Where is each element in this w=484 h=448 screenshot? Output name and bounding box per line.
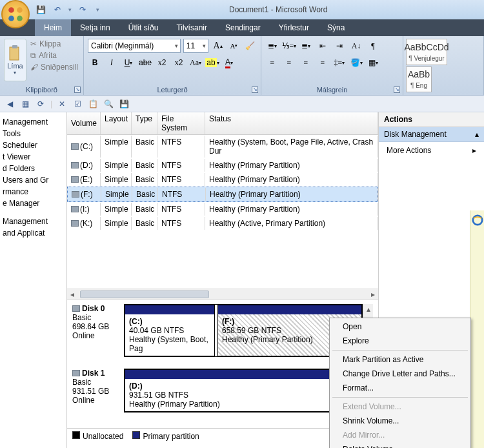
align-right-button[interactable]: ≡ [299, 56, 313, 70]
tree-item[interactable]: Users and Gr [3, 174, 64, 186]
show-marks-button[interactable]: ¶ [366, 39, 380, 53]
borders-button[interactable]: ▦▾ [366, 56, 380, 70]
undo-icon[interactable]: ↶ [52, 4, 63, 15]
dm-help-icon[interactable]: 🔍 [103, 98, 114, 110]
grow-font-button[interactable]: A▴ [211, 39, 225, 53]
menu-item[interactable]: Change Drive Letter and Paths... [331, 367, 469, 381]
menu-item[interactable]: Explore [331, 334, 469, 348]
volume-icon [71, 176, 79, 183]
col-layout[interactable]: Layout [101, 112, 132, 134]
col-fs[interactable]: File System [157, 112, 205, 134]
redo-icon[interactable]: ↷ [77, 4, 88, 15]
table-row[interactable]: (C:)SimpleBasicNTFSHealthy (System, Boot… [67, 135, 378, 158]
menu-item[interactable]: Mark Partition as Active [331, 352, 469, 367]
tab-insert[interactable]: Setja inn [71, 19, 119, 36]
dm-settings-icon[interactable]: ☑ [72, 98, 83, 110]
save-icon[interactable]: 💾 [35, 4, 46, 15]
tree-item[interactable]: Management [3, 116, 64, 128]
sort-button[interactable]: A↓ [349, 39, 363, 53]
tree-item[interactable]: Tools [3, 128, 64, 139]
clear-format-button[interactable]: 🧹 [243, 39, 257, 53]
tab-view[interactable]: Sýna [318, 19, 354, 36]
italic-button[interactable]: I [105, 56, 119, 70]
align-center-button[interactable]: ≡ [282, 56, 296, 70]
paragraph-dialog-icon[interactable]: ↘ [394, 87, 400, 93]
tab-mailings[interactable]: Sendingar [216, 19, 270, 36]
font-color-button[interactable]: A▾ [222, 56, 236, 70]
tree-item[interactable]: e Manager [3, 198, 64, 209]
tree-item[interactable]: Management [3, 216, 64, 227]
highlight-button[interactable]: ab▾ [205, 56, 219, 70]
subscript-button[interactable]: x2 [155, 56, 169, 70]
undo-dropdown-icon[interactable]: ▾ [68, 6, 72, 13]
office-button[interactable] [1, 0, 30, 28]
tree-item[interactable]: and Applicat [3, 227, 64, 239]
table-row[interactable]: (K:)SimpleBasicNTFSHealthy (Active, Prim… [67, 216, 378, 230]
decrease-indent-button[interactable]: ⇤ [316, 39, 330, 53]
dm-toolbar: ◀ ▦ ⟳ | ✕ ☑ 📋 🔍 💾 [0, 96, 484, 112]
superscript-button[interactable]: x2 [172, 56, 186, 70]
menu-item[interactable]: Format... [331, 381, 469, 395]
bullets-button[interactable]: ≣▾ [265, 39, 279, 53]
tab-home[interactable]: Heim [35, 19, 71, 36]
tree-item[interactable]: t Viewer [3, 151, 64, 163]
justify-button[interactable]: ≡ [316, 56, 330, 70]
dm-prop-icon[interactable]: ✕ [56, 98, 68, 110]
scissors-icon: ✂ [30, 39, 37, 48]
cut-button[interactable]: ✂Klippa [29, 39, 79, 49]
tab-layout[interactable]: Útlit síðu [119, 19, 168, 36]
dm-disk-icon[interactable]: 💾 [118, 98, 130, 110]
ie-icon[interactable] [472, 214, 483, 226]
font-dialog-icon[interactable]: ↘ [252, 87, 258, 93]
style-normal[interactable]: AaBbCcDd ¶ Venjulegur [406, 39, 447, 65]
font-size-combo[interactable]: 11 [183, 39, 208, 53]
underline-button[interactable]: U▾ [121, 56, 136, 70]
qat-customize-icon[interactable]: ▾ [96, 6, 99, 13]
table-row[interactable]: (F:)SimpleBasicNTFSHealthy (Primary Part… [67, 187, 378, 202]
font-name-combo[interactable]: Calibri (Meginmál) [88, 39, 181, 53]
format-painter-button[interactable]: 🖌Sniðpensill [29, 62, 79, 72]
volume-table: Volume Layout Type File System Status (C… [67, 112, 378, 230]
strike-button[interactable]: abe [138, 56, 152, 70]
copy-button[interactable]: ⧉Afrita [29, 50, 79, 61]
tree-item[interactable]: d Folders [3, 163, 64, 174]
dm-back-icon[interactable]: ◀ [4, 98, 15, 110]
multilevel-button[interactable]: ≣▾ [299, 39, 313, 53]
partition-c[interactable]: (C:) 40.04 GB NTFS Healthy (System, Boot… [125, 305, 215, 356]
col-type[interactable]: Type [132, 112, 157, 134]
menu-item[interactable]: Open [331, 320, 469, 334]
style-no-spacing[interactable]: AaBb ¶ Eng [406, 66, 432, 93]
menu-item: Extend Volume... [331, 400, 469, 414]
col-volume[interactable]: Volume [67, 112, 101, 134]
line-spacing-button[interactable]: ‡≡▾ [332, 56, 347, 70]
h-scrollbar[interactable]: ◂▸ [67, 289, 378, 300]
table-row[interactable]: (I:)SimpleBasicNTFSHealthy (Primary Part… [67, 202, 378, 216]
dm-refresh-icon[interactable]: ⟳ [35, 98, 46, 110]
table-row[interactable]: (E:)SimpleBasicNTFSHealthy (Primary Part… [67, 172, 378, 187]
tree-item[interactable]: rmance [3, 186, 64, 198]
shrink-font-button[interactable]: A▾ [227, 39, 241, 53]
menu-item[interactable]: Delete Volume... [331, 442, 469, 448]
dm-list-icon[interactable]: 📋 [87, 98, 99, 110]
change-case-button[interactable]: Aa▾ [188, 56, 203, 70]
group-clipboard-label: Klippiborð [0, 86, 83, 94]
numbering-button[interactable]: ⅓≡▾ [282, 39, 296, 53]
menu-item[interactable]: Shrink Volume... [331, 414, 469, 428]
tab-review[interactable]: Yfirlestur [270, 19, 318, 36]
actions-disk-management[interactable]: Disk Management ▴ [379, 127, 484, 142]
tab-references[interactable]: Tilvísanir [167, 19, 216, 36]
shading-button[interactable]: 🪣▾ [349, 56, 363, 70]
actions-more[interactable]: More Actions ▸ [379, 142, 484, 159]
dm-view-icon[interactable]: ▦ [19, 98, 31, 110]
paste-button[interactable]: Líma ▾ [4, 39, 26, 81]
dm-tree[interactable]: ManagementToolsSchedulert Viewerd Folder… [0, 112, 67, 448]
partition-d[interactable]: (D:) 931.51 GB NTFS Healthy (Primary Par… [125, 369, 362, 412]
align-left-button[interactable]: ≡ [265, 56, 279, 70]
table-row[interactable]: (D:)SimpleBasicNTFSHealthy (Primary Part… [67, 158, 378, 172]
col-status[interactable]: Status [205, 112, 378, 134]
tree-item[interactable]: Scheduler [3, 139, 64, 151]
clipboard-dialog-icon[interactable]: ↘ [74, 87, 81, 93]
group-font-label: Leturgerð [84, 86, 261, 94]
bold-button[interactable]: B [88, 56, 102, 70]
increase-indent-button[interactable]: ⇥ [332, 39, 347, 53]
